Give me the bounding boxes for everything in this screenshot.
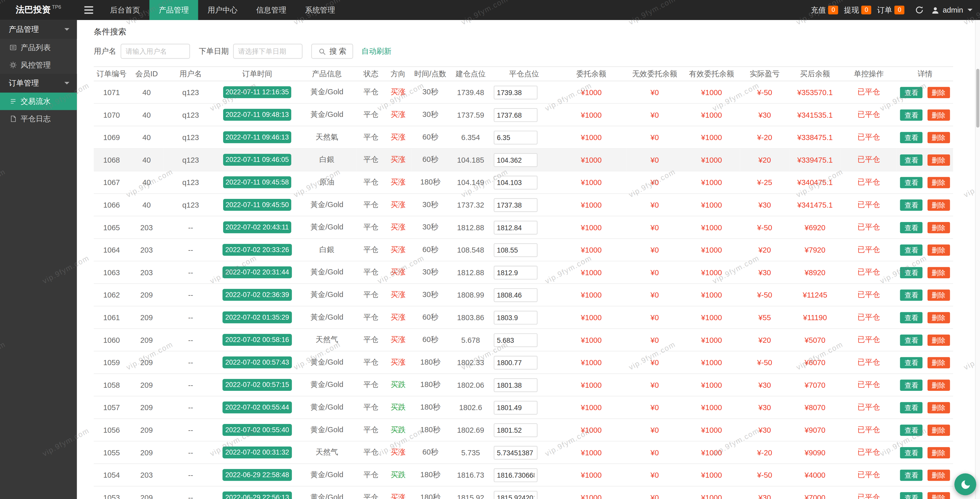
delete-button[interactable]: 删除 [928,492,950,499]
view-button[interactable]: 查看 [900,492,923,499]
nav-item-info[interactable]: 信息管理 [247,0,296,20]
nav-item-user-center[interactable]: 用户中心 [198,0,247,20]
withdraw-link[interactable]: 提现 [844,5,859,15]
view-button[interactable]: 查看 [900,379,923,391]
close-price-input[interactable] [494,198,538,212]
delete-button[interactable]: 删除 [928,87,950,98]
delete-button[interactable]: 删除 [928,379,950,391]
order-time-button[interactable]: 2022-07-02 20:31:44 [223,266,291,278]
order-count-badge[interactable]: 0 [894,6,905,14]
close-price-input[interactable] [494,108,538,122]
order-time-button[interactable]: 2022-07-02 02:36:39 [223,289,291,301]
order-time-button[interactable]: 2022-07-02 00:31:32 [223,446,291,458]
delete-button[interactable]: 删除 [928,469,950,480]
close-price-input[interactable] [494,265,538,279]
username-input[interactable] [121,44,190,59]
close-price-input[interactable] [494,85,538,99]
order-time-button[interactable]: 2022-07-11 09:48:13 [223,109,291,121]
view-button[interactable]: 查看 [900,289,923,301]
close-price-input[interactable] [494,446,538,459]
nav-item-home[interactable]: 后台首页 [101,0,150,20]
order-time-button[interactable]: 2022-07-02 00:57:43 [223,356,291,368]
order-time-button[interactable]: 2022-07-11 09:46:05 [223,154,291,166]
delete-button[interactable]: 删除 [928,402,950,413]
order-time-button[interactable]: 2022-07-02 20:33:26 [223,244,291,256]
theme-toggle-fab[interactable] [954,473,976,495]
delete-button[interactable]: 删除 [928,312,950,323]
order-time-button[interactable]: 2022-07-11 12:16:35 [223,86,291,98]
view-button[interactable]: 查看 [900,469,923,480]
delete-button[interactable]: 删除 [928,267,950,278]
view-button[interactable]: 查看 [900,154,923,166]
delete-button[interactable]: 删除 [928,447,950,458]
close-price-input[interactable] [494,491,538,499]
close-price-input[interactable] [494,378,538,392]
sidebar-group-order-mgmt[interactable]: 订单管理 [0,74,77,92]
view-button[interactable]: 查看 [900,447,923,458]
close-price-input[interactable] [494,400,538,415]
view-button[interactable]: 查看 [900,177,923,188]
sidebar-item-trade-flow[interactable]: 交易流水 [0,92,77,110]
view-button[interactable]: 查看 [900,334,923,346]
close-price-input[interactable] [494,175,538,190]
delete-button[interactable]: 删除 [928,222,950,233]
view-button[interactable]: 查看 [900,244,923,255]
recharge-count-badge[interactable]: 0 [828,6,838,14]
search-button[interactable]: 搜 索 [311,44,353,59]
refresh-icon[interactable] [915,6,924,14]
sidebar-group-product-mgmt[interactable]: 产品管理 [0,20,77,39]
delete-button[interactable]: 删除 [928,334,950,346]
nav-item-product[interactable]: 产品管理 [150,0,198,20]
order-link[interactable]: 订单 [877,5,892,15]
nav-item-system[interactable]: 系统管理 [296,0,344,20]
order-time-button[interactable]: 2022-07-02 00:55:44 [223,401,291,413]
auto-refresh-link[interactable]: 自动刷新 [361,46,391,57]
order-time-button[interactable]: 2022-07-02 00:58:16 [223,334,291,346]
sidebar-item-product-list[interactable]: 产品列表 [0,39,77,56]
sidebar-item-close-log[interactable]: 平仓日志 [0,110,77,128]
recharge-link[interactable]: 充值 [811,5,826,15]
view-button[interactable]: 查看 [900,424,923,435]
delete-button[interactable]: 删除 [928,177,950,188]
view-button[interactable]: 查看 [900,222,923,233]
close-price-input[interactable] [494,153,538,167]
sidebar-item-risk-mgmt[interactable]: 风控管理 [0,56,77,74]
delete-button[interactable]: 删除 [928,154,950,166]
view-button[interactable]: 查看 [900,132,923,143]
order-time-button[interactable]: 2022-07-02 00:55:40 [223,424,291,436]
delete-button[interactable]: 删除 [928,289,950,301]
delete-button[interactable]: 删除 [928,199,950,210]
order-time-button[interactable]: 2022-06-29 22:58:48 [223,469,291,481]
delete-button[interactable]: 删除 [928,132,950,143]
view-button[interactable]: 查看 [900,267,923,278]
close-price-input[interactable] [494,130,538,144]
close-price-input[interactable] [494,333,538,347]
order-time-button[interactable]: 2022-07-11 09:45:50 [223,199,291,211]
view-button[interactable]: 查看 [900,402,923,413]
close-price-input[interactable] [494,220,538,234]
withdraw-count-badge[interactable]: 0 [861,6,871,14]
view-button[interactable]: 查看 [900,357,923,368]
view-button[interactable]: 查看 [900,87,923,98]
hamburger-icon[interactable] [77,6,100,14]
user-menu[interactable]: admin [931,6,972,14]
order-date-input[interactable] [233,44,302,59]
close-price-input[interactable] [494,423,538,437]
view-button[interactable]: 查看 [900,199,923,210]
order-time-button[interactable]: 2022-07-02 01:35:29 [223,311,291,323]
delete-button[interactable]: 删除 [928,244,950,255]
order-time-button[interactable]: 2022-07-02 00:57:15 [223,379,291,391]
close-price-input[interactable] [494,243,538,257]
order-time-button[interactable]: 2022-07-02 20:43:11 [223,222,291,233]
close-price-input[interactable] [494,288,538,302]
scrollbar-thumb[interactable] [976,69,979,128]
delete-button[interactable]: 删除 [928,357,950,368]
close-price-input[interactable] [494,356,538,370]
view-button[interactable]: 查看 [900,312,923,323]
order-time-button[interactable]: 2022-07-11 09:46:13 [223,131,291,143]
delete-button[interactable]: 删除 [928,109,950,121]
view-button[interactable]: 查看 [900,109,923,121]
delete-button[interactable]: 删除 [928,424,950,435]
close-price-input[interactable] [494,468,538,482]
order-time-button[interactable]: 2022-07-11 09:45:58 [223,176,291,188]
